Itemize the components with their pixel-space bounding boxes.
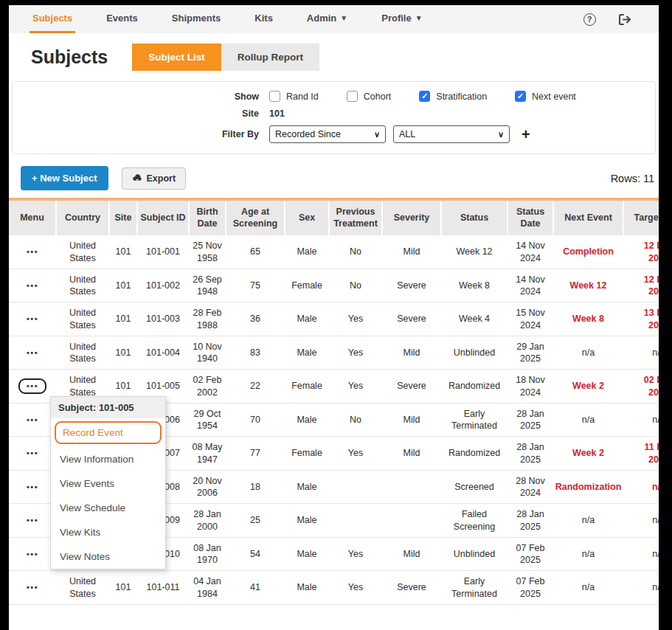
nav-item-profile[interactable]: Profile▼ — [378, 5, 425, 33]
context-menu-item-view-information[interactable]: View Information — [51, 447, 165, 471]
target-date-value: n/a — [652, 548, 659, 560]
cell-menu: ••• — [9, 571, 56, 605]
cell-status: Randomized — [441, 370, 508, 404]
nav-item-admin[interactable]: Admin▼ — [304, 5, 350, 33]
table-row: •••United States101101-00328 Feb 198836M… — [9, 302, 659, 336]
export-label: Export — [147, 173, 176, 184]
cell-previous-treatment: Yes — [329, 571, 382, 605]
column-header-next-event: Next Event — [553, 199, 623, 235]
cell-status-date: 15 Nov 2024 — [508, 302, 553, 336]
cell-target-date: n/a — [623, 571, 659, 605]
table-row: •••United States101101-01104 Jan 198441M… — [9, 571, 659, 605]
cell-status-date: 28 Jan 2025 — [508, 403, 553, 437]
cell-age: 41 — [226, 571, 285, 605]
new-subject-button[interactable]: + New Subject — [21, 166, 108, 190]
cell-birth-date: 20 Nov 2006 — [189, 470, 226, 504]
cell-age: 65 — [226, 235, 285, 269]
row-menu-button[interactable]: ••• — [18, 412, 46, 427]
cell-status: Week 12 — [441, 235, 508, 269]
cell-target-date: 13 Dec 2024 — [623, 302, 659, 336]
cell-age: 83 — [226, 336, 285, 370]
cell-status: Unblinded — [441, 336, 508, 370]
cell-age: 25 — [226, 504, 285, 538]
cell-birth-date: 28 Feb 1988 — [189, 302, 226, 336]
tab-subject-list[interactable]: Subject List — [132, 44, 221, 71]
cell-subject-id: 101-003 — [137, 302, 189, 336]
cell-menu: ••• — [9, 269, 56, 302]
cell-next-event: Week 2 — [553, 437, 623, 471]
context-menu-item-view-notes[interactable]: View Notes — [51, 544, 165, 569]
cell-sex: Male — [285, 571, 329, 605]
context-menu-item-record-event[interactable]: Record Event — [55, 421, 162, 444]
context-menu-item-view-events[interactable]: View Events — [51, 471, 165, 496]
add-filter-button[interactable]: + — [522, 126, 530, 143]
cell-sex: Female — [285, 437, 329, 471]
cell-severity: Severe — [382, 571, 441, 605]
column-header-target-date: Target Date — [623, 199, 659, 235]
column-header-subject-id: Subject ID — [137, 199, 189, 235]
row-menu-button[interactable]: ••• — [18, 446, 46, 460]
cell-subject-id: 101-002 — [137, 269, 189, 302]
chevron-down-icon: ∨ — [498, 130, 504, 139]
cell-sex: Male — [285, 504, 329, 538]
cell-site: 101 — [109, 269, 137, 302]
column-header-site: Site — [109, 199, 137, 235]
column-header-age-at-screening: Age at Screening — [226, 199, 285, 235]
cell-next-event: n/a — [553, 571, 623, 605]
nav-item-events[interactable]: Events — [103, 5, 141, 33]
checkbox-label: Next event — [532, 91, 576, 102]
row-menu-button[interactable]: ••• — [18, 244, 46, 259]
context-menu-title: Subject: 101-005 — [51, 397, 165, 418]
filter-select-2[interactable]: ALL∨ — [393, 125, 510, 143]
context-menu-item-view-kits[interactable]: View Kits — [51, 520, 165, 544]
help-icon[interactable]: ? — [582, 12, 597, 27]
target-date-value: 12 Dec 2024 — [637, 240, 659, 264]
column-header-status-date: Status Date — [508, 199, 553, 235]
cell-status: Unblinded — [441, 537, 508, 571]
cell-severity: Severe — [382, 302, 441, 336]
cell-target-date: n/a — [623, 336, 659, 370]
site-filter-row: Site 101 — [13, 108, 648, 119]
nav-item-subjects[interactable]: Subjects — [30, 5, 75, 33]
checkbox-next-event[interactable]: ✓Next event — [515, 91, 576, 102]
checkbox-rand-id[interactable]: Rand Id — [269, 91, 319, 102]
row-menu-button[interactable]: ••• — [18, 513, 46, 527]
cell-age: 77 — [226, 437, 285, 471]
logout-icon[interactable] — [617, 12, 632, 27]
row-menu-button[interactable]: ••• — [18, 345, 46, 360]
chevron-down-icon: ▼ — [340, 14, 347, 22]
cell-next-event: Week 8 — [553, 302, 623, 336]
toolbar: + New Subject Export Rows: 11 — [21, 166, 654, 190]
cell-sex: Male — [285, 470, 329, 504]
cell-menu: ••• — [9, 504, 56, 538]
row-menu-button[interactable]: ••• — [18, 480, 46, 494]
nav-item-shipments[interactable]: Shipments — [169, 5, 224, 33]
nav-item-kits[interactable]: Kits — [252, 5, 276, 33]
filter-by-label: Filter By — [13, 129, 259, 139]
cell-next-event: n/a — [553, 504, 623, 538]
row-menu-button[interactable]: ••• — [18, 547, 46, 561]
tab-rollup-report[interactable]: Rollup Report — [221, 44, 319, 71]
cell-status: Week 8 — [441, 269, 508, 302]
filter-select-1[interactable]: Recorded Since∨ — [269, 125, 386, 143]
checked-checkbox-icon: ✓ — [419, 91, 430, 102]
row-menu-button[interactable]: ••• — [18, 278, 46, 293]
row-menu-button[interactable]: ••• — [18, 311, 46, 326]
checkbox-stratification[interactable]: ✓Stratification — [419, 91, 487, 102]
cell-previous-treatment: Yes — [329, 302, 382, 336]
context-menu-item-view-schedule[interactable]: View Schedule — [51, 496, 165, 520]
row-menu-button[interactable]: ••• — [18, 580, 46, 595]
row-menu-button[interactable]: ••• — [18, 378, 46, 393]
export-button[interactable]: Export — [122, 167, 187, 190]
cell-birth-date: 08 Jan 1970 — [189, 537, 226, 571]
app-window: SubjectsEventsShipmentsKitsAdmin▼Profile… — [9, 5, 659, 630]
cell-severity: Severe — [382, 370, 441, 404]
cell-next-event: Week 12 — [553, 269, 623, 302]
cell-next-event: Randomization — [553, 470, 623, 504]
cell-next-event: n/a — [553, 537, 623, 571]
unchecked-checkbox-icon — [269, 91, 280, 102]
cell-target-date: n/a — [623, 470, 659, 504]
checkbox-cohort[interactable]: Cohort — [347, 91, 392, 102]
cell-birth-date: 10 Nov 1940 — [189, 336, 226, 370]
view-tabs: Subject ListRollup Report — [132, 44, 319, 71]
